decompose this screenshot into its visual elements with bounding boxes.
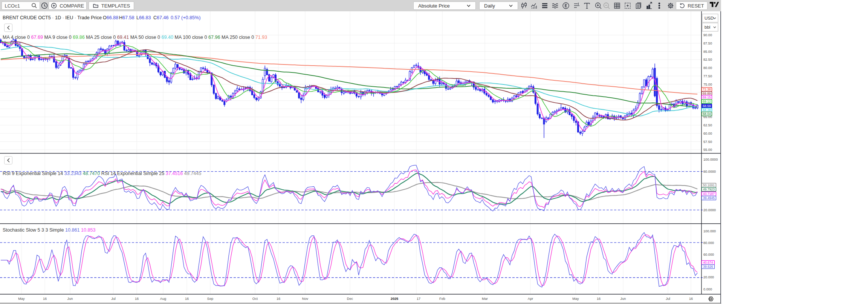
- svg-text:39.626: 39.626: [703, 265, 713, 269]
- svg-text:Dec: Dec: [347, 297, 353, 301]
- svg-text:Jun: Jun: [67, 297, 73, 301]
- svg-text:80.000: 80.000: [703, 241, 714, 245]
- svg-text:50.1691: 50.1691: [703, 183, 715, 187]
- svg-text:USD: USD: [704, 16, 714, 20]
- svg-text:43.7187: 43.7187: [703, 192, 715, 196]
- svg-text:68.04: 68.04: [703, 112, 711, 116]
- svg-text:Nov: Nov: [302, 297, 309, 301]
- svg-text:57.50: 57.50: [703, 140, 712, 144]
- svg-text:20.0000: 20.0000: [703, 208, 716, 212]
- svg-text:75.00: 75.00: [703, 83, 712, 86]
- svg-text:62.50: 62.50: [703, 123, 712, 127]
- svg-text:BRENT CRUDE OCT5 · 1D · IEU ·: BRENT CRUDE OCT5 · 1D · IEU · Trade Pric…: [3, 15, 200, 20]
- svg-text:90.00: 90.00: [703, 33, 712, 37]
- svg-text:Jun: Jun: [620, 297, 626, 301]
- svg-text:85.00: 85.00: [703, 50, 712, 54]
- svg-text:68.28: 68.28: [703, 108, 711, 112]
- svg-text:100.000: 100.000: [703, 229, 716, 233]
- svg-text:100.0000: 100.0000: [703, 158, 718, 161]
- svg-text:69.12: 69.12: [703, 100, 711, 103]
- svg-text:16: 16: [135, 297, 139, 301]
- svg-text:Feb: Feb: [439, 297, 445, 301]
- svg-text:Stochastic Slow 5 3 3 Simple: Stochastic Slow 5 3 3 Simple 10.861 10.8…: [3, 227, 95, 233]
- svg-text:Apr: Apr: [528, 297, 533, 301]
- svg-text:MA 4 close 0 67.69 MA 9 close: MA 4 close 0 67.69 MA 9 close 0 69.86 MA…: [3, 35, 267, 40]
- svg-text:39.4945: 39.4945: [703, 196, 715, 200]
- svg-text:68.59: 68.59: [703, 104, 711, 108]
- svg-text:72.38: 72.38: [703, 88, 711, 91]
- svg-text:16: 16: [277, 297, 280, 301]
- svg-text:82.50: 82.50: [703, 58, 712, 61]
- svg-text:RSI 9 Exponential Simple 14 3: RSI 9 Exponential Simple 14 33.2343 48.7…: [3, 171, 201, 176]
- svg-text:16: 16: [689, 297, 693, 301]
- svg-text:60.00: 60.00: [703, 132, 712, 135]
- svg-text:60.000: 60.000: [703, 253, 714, 256]
- svg-text:May: May: [18, 297, 25, 301]
- svg-text:16: 16: [597, 297, 601, 301]
- svg-text:16: 16: [185, 297, 189, 301]
- svg-text:87.50: 87.50: [703, 41, 712, 45]
- svg-text:69.89: 69.89: [703, 92, 711, 95]
- svg-text:17: 17: [417, 297, 420, 301]
- svg-text:Jul: Jul: [666, 297, 670, 301]
- svg-text:20.000: 20.000: [703, 275, 714, 279]
- svg-text:0.000: 0.000: [703, 287, 712, 291]
- svg-text:80.0000: 80.0000: [703, 170, 716, 173]
- svg-text:Oct: Oct: [252, 297, 258, 301]
- svg-text:May: May: [572, 297, 579, 301]
- svg-text:Mar: Mar: [482, 297, 488, 301]
- svg-text:Jul: Jul: [111, 297, 116, 301]
- svg-text:40.674: 40.674: [703, 261, 713, 264]
- svg-text:80.00: 80.00: [703, 66, 712, 70]
- svg-text:Aug: Aug: [160, 297, 166, 301]
- svg-text:49.7923: 49.7923: [703, 187, 715, 191]
- svg-text:2025: 2025: [391, 297, 398, 301]
- svg-text:69.15: 69.15: [703, 95, 711, 99]
- svg-text:Sep: Sep: [207, 297, 213, 301]
- svg-text:55.00: 55.00: [703, 148, 712, 152]
- svg-text:16: 16: [43, 297, 47, 301]
- svg-text:77.50: 77.50: [703, 74, 712, 78]
- svg-text:bbl: bbl: [704, 25, 710, 29]
